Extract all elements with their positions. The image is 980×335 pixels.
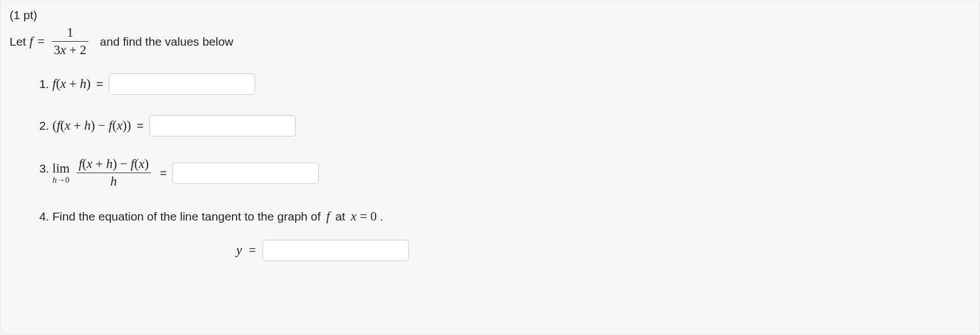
- problem-container: (1 pt) Let f = 1 3x + 2 and find the val…: [0, 0, 980, 335]
- intro-let: Let: [10, 35, 26, 49]
- frac-den: 3x + 2: [52, 41, 89, 58]
- q2-input[interactable]: [149, 115, 296, 136]
- question-list: f(x + h) = (f(x + h) − f(x)) = lim: [33, 73, 970, 261]
- q3-input[interactable]: [172, 162, 319, 184]
- q4-prompt: Find the equation of the line tangent to…: [52, 209, 970, 224]
- question-2: (f(x + h) − f(x)) =: [52, 115, 970, 136]
- frac-num: 1: [52, 25, 89, 41]
- q3-fraction: f(x + h) − f(x) h: [73, 157, 154, 189]
- q3-equals: =: [160, 166, 167, 180]
- q1-equals: =: [96, 77, 103, 91]
- q1-expression: f(x + h): [52, 77, 91, 91]
- intro-func-letter: f: [29, 34, 33, 49]
- question-1: f(x + h) =: [52, 73, 970, 95]
- q4-input[interactable]: [262, 240, 409, 261]
- q4-answer-row: y =: [52, 240, 593, 261]
- q1-input[interactable]: [109, 73, 255, 95]
- intro-fraction: 1 3x + 2: [48, 25, 92, 58]
- question-4: Find the equation of the line tangent to…: [52, 209, 970, 261]
- intro-line: Let f = 1 3x + 2 and find the values bel…: [10, 25, 970, 58]
- intro-tail: and find the values below: [100, 35, 233, 49]
- question-3: lim h→0 f(x + h) − f(x) h =: [52, 157, 970, 189]
- points-label: (1 pt): [10, 8, 970, 22]
- q2-expression: (f(x + h) − f(x)): [52, 118, 131, 133]
- q4-y-label: y =: [237, 243, 256, 258]
- q2-equals: =: [137, 119, 144, 133]
- lim-operator: lim h→0: [52, 162, 70, 184]
- q3-expression: lim h→0 f(x + h) − f(x) h: [52, 157, 154, 189]
- intro-equals: =: [38, 34, 45, 49]
